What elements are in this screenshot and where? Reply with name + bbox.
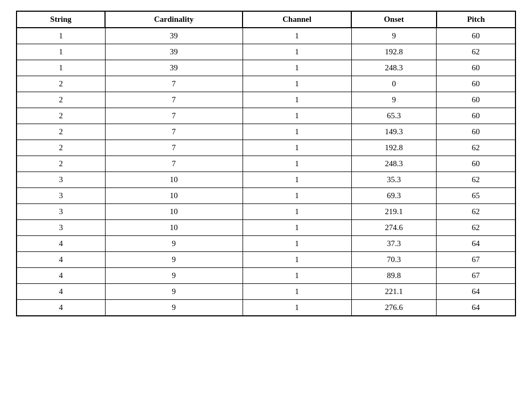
- table-cell-3-0: 2: [17, 76, 105, 92]
- table-cell-6-4: 60: [437, 124, 515, 140]
- table-row: 3101219.162: [17, 204, 515, 220]
- data-table: StringCardinalityChannelOnsetPitch 13919…: [16, 11, 516, 316]
- table-cell-0-0: 1: [17, 28, 105, 44]
- table-cell-6-0: 2: [17, 124, 105, 140]
- column-header-pitch: Pitch: [437, 11, 515, 28]
- table-cell-15-4: 67: [437, 268, 515, 284]
- table-cell-9-2: 1: [243, 172, 351, 188]
- table-cell-17-1: 9: [105, 300, 243, 316]
- table-row: 49189.867: [17, 268, 515, 284]
- table-cell-10-3: 69.3: [351, 188, 436, 204]
- table-cell-14-1: 9: [105, 252, 243, 268]
- table-cell-10-2: 1: [243, 188, 351, 204]
- header-row: StringCardinalityChannelOnsetPitch: [17, 11, 515, 28]
- table-cell-4-0: 2: [17, 92, 105, 108]
- table-cell-1-4: 62: [437, 44, 515, 60]
- table-cell-0-2: 1: [243, 28, 351, 44]
- table-cell-3-4: 60: [437, 76, 515, 92]
- table-cell-12-1: 10: [105, 220, 243, 236]
- table-cell-0-4: 60: [437, 28, 515, 44]
- table-cell-2-3: 248.3: [351, 60, 436, 76]
- table-cell-11-0: 3: [17, 204, 105, 220]
- table-cell-8-4: 60: [437, 156, 515, 172]
- table-cell-8-1: 7: [105, 156, 243, 172]
- table-cell-1-3: 192.8: [351, 44, 436, 60]
- table-cell-10-0: 3: [17, 188, 105, 204]
- table-cell-16-2: 1: [243, 284, 351, 300]
- table-cell-8-3: 248.3: [351, 156, 436, 172]
- table-cell-4-3: 9: [351, 92, 436, 108]
- table-row: 310135.362: [17, 172, 515, 188]
- table-row: 271960: [17, 92, 515, 108]
- table-row: 271060: [17, 76, 515, 92]
- table-cell-4-1: 7: [105, 92, 243, 108]
- table-cell-16-3: 221.1: [351, 284, 436, 300]
- table-cell-6-2: 1: [243, 124, 351, 140]
- table-row: 3101274.662: [17, 220, 515, 236]
- table-cell-8-0: 2: [17, 156, 105, 172]
- table-cell-7-4: 62: [437, 140, 515, 156]
- table-cell-11-1: 10: [105, 204, 243, 220]
- table-cell-12-3: 274.6: [351, 220, 436, 236]
- table-cell-13-2: 1: [243, 236, 351, 252]
- table-cell-1-1: 39: [105, 44, 243, 60]
- table-cell-14-0: 4: [17, 252, 105, 268]
- table-cell-7-3: 192.8: [351, 140, 436, 156]
- table-cell-13-1: 9: [105, 236, 243, 252]
- table-cell-10-4: 65: [437, 188, 515, 204]
- table-row: 310169.365: [17, 188, 515, 204]
- table-row: 271149.360: [17, 124, 515, 140]
- table-cell-0-3: 9: [351, 28, 436, 44]
- table-row: 49170.367: [17, 252, 515, 268]
- table-container: StringCardinalityChannelOnsetPitch 13919…: [5, 5, 527, 322]
- table-cell-11-3: 219.1: [351, 204, 436, 220]
- table-row: 491276.664: [17, 300, 515, 316]
- table-cell-11-2: 1: [243, 204, 351, 220]
- table-cell-9-1: 10: [105, 172, 243, 188]
- table-cell-14-4: 67: [437, 252, 515, 268]
- table-row: 1391248.360: [17, 60, 515, 76]
- table-cell-15-0: 4: [17, 268, 105, 284]
- table-cell-5-1: 7: [105, 108, 243, 124]
- table-cell-9-0: 3: [17, 172, 105, 188]
- table-cell-7-2: 1: [243, 140, 351, 156]
- table-cell-15-3: 89.8: [351, 268, 436, 284]
- table-cell-14-3: 70.3: [351, 252, 436, 268]
- table-cell-16-4: 64: [437, 284, 515, 300]
- column-header-cardinality: Cardinality: [105, 11, 243, 28]
- table-cell-2-4: 60: [437, 60, 515, 76]
- table-cell-1-2: 1: [243, 44, 351, 60]
- table-cell-9-3: 35.3: [351, 172, 436, 188]
- table-cell-2-0: 1: [17, 60, 105, 76]
- table-cell-4-4: 60: [437, 92, 515, 108]
- table-cell-8-2: 1: [243, 156, 351, 172]
- column-header-onset: Onset: [351, 11, 436, 28]
- column-header-channel: Channel: [243, 11, 351, 28]
- table-cell-4-2: 1: [243, 92, 351, 108]
- table-cell-11-4: 62: [437, 204, 515, 220]
- table-cell-17-3: 276.6: [351, 300, 436, 316]
- table-cell-1-0: 1: [17, 44, 105, 60]
- table-cell-5-4: 60: [437, 108, 515, 124]
- table-cell-15-2: 1: [243, 268, 351, 284]
- table-cell-6-1: 7: [105, 124, 243, 140]
- table-cell-7-0: 2: [17, 140, 105, 156]
- table-row: 49137.364: [17, 236, 515, 252]
- table-cell-3-3: 0: [351, 76, 436, 92]
- table-row: 1391960: [17, 28, 515, 44]
- table-row: 1391192.862: [17, 44, 515, 60]
- table-cell-5-2: 1: [243, 108, 351, 124]
- table-cell-12-0: 3: [17, 220, 105, 236]
- table-cell-16-0: 4: [17, 284, 105, 300]
- table-cell-2-2: 1: [243, 60, 351, 76]
- table-cell-10-1: 10: [105, 188, 243, 204]
- table-cell-6-3: 149.3: [351, 124, 436, 140]
- table-cell-9-4: 62: [437, 172, 515, 188]
- table-row: 271192.862: [17, 140, 515, 156]
- table-cell-7-1: 7: [105, 140, 243, 156]
- table-cell-16-1: 9: [105, 284, 243, 300]
- table-row: 491221.164: [17, 284, 515, 300]
- table-cell-17-2: 1: [243, 300, 351, 316]
- table-cell-5-0: 2: [17, 108, 105, 124]
- table-cell-3-2: 1: [243, 76, 351, 92]
